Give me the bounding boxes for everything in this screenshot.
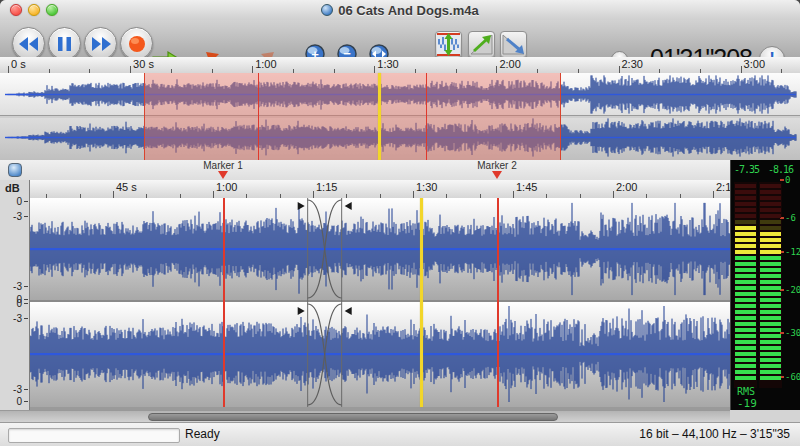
- document-proxy-icon[interactable]: [321, 4, 333, 16]
- meter-segment: [735, 232, 756, 236]
- ruler-tick: [513, 191, 514, 198]
- meter-scale-label: 0: [785, 175, 790, 185]
- horizontal-scrollbar[interactable]: [0, 410, 730, 422]
- overview-marker-line: [426, 73, 427, 160]
- window-title: 06 Cats And Dogs.m4a: [0, 0, 800, 20]
- meter-segment: [760, 184, 781, 188]
- window-title-text: 06 Cats And Dogs.m4a: [338, 3, 478, 18]
- ruler-tick: [713, 191, 714, 198]
- meter-segment: [735, 262, 756, 266]
- ruler-tick: [252, 66, 253, 73]
- meter-segment: [760, 292, 781, 296]
- meter-segment: [735, 358, 756, 362]
- meter-segment: [735, 268, 756, 272]
- meter-segment: [735, 274, 756, 278]
- status-bar: Ready 16 bit – 44,100 Hz – 3'15"35: [0, 422, 800, 446]
- meter-segment: [735, 322, 756, 326]
- meter-segment: [735, 364, 756, 368]
- ruler-time-label: 2:00: [499, 58, 520, 70]
- meter-segment: [760, 364, 781, 368]
- meter-segment: [760, 232, 781, 236]
- meter-segment: [760, 250, 781, 254]
- meter-segment: [760, 202, 781, 206]
- ruler-tick: [313, 191, 314, 198]
- db-scale-tick: [24, 216, 28, 217]
- meter-segment: [760, 310, 781, 314]
- marker-flag-icon[interactable]: [492, 171, 502, 179]
- db-scale-label: -3: [13, 281, 22, 292]
- document-icon[interactable]: [8, 163, 22, 177]
- db-scale-label: 0: [16, 298, 22, 309]
- fade-in-icon: [470, 33, 493, 56]
- ruler-time-label: 30 s: [133, 58, 154, 70]
- meter-segment: [760, 268, 781, 272]
- meter-scale-label: -60: [785, 372, 800, 382]
- meter-segment: [760, 196, 781, 200]
- db-label: dB: [5, 182, 20, 194]
- rms-value: -19: [737, 397, 757, 410]
- ruler-time-label: 1:45: [516, 181, 537, 193]
- meter-segment: [760, 322, 781, 326]
- meter-segment: [760, 358, 781, 362]
- audio-format-info: 16 bit – 44,100 Hz – 3'15"35: [639, 427, 790, 441]
- meter-segment: [735, 214, 756, 218]
- fade-in-button[interactable]: [468, 31, 495, 58]
- db-scale-tick: [24, 303, 28, 304]
- meter-segment: [735, 202, 756, 206]
- title-bar[interactable]: 06 Cats And Dogs.m4a: [0, 0, 800, 21]
- overview-playhead[interactable]: [378, 73, 381, 160]
- meter-segment: [735, 376, 756, 380]
- meter-segment: [735, 226, 756, 230]
- db-scale-label: -3: [13, 313, 22, 324]
- meter-scale-label: -30: [785, 328, 800, 338]
- meter-segment: [735, 250, 756, 254]
- marker-flag-icon[interactable]: [218, 171, 228, 179]
- meter-segment: [735, 352, 756, 356]
- main-ruler[interactable]: 45 s1:001:151:301:452:002:15: [30, 180, 730, 199]
- meter-segment: [760, 220, 781, 224]
- meter-segment: [760, 346, 781, 350]
- meter-scale-label: -20: [785, 285, 800, 295]
- normalize-button[interactable]: [435, 31, 462, 58]
- db-scale-label: -3: [13, 384, 22, 395]
- crossfade-overlay[interactable]: [30, 198, 730, 410]
- fade-out-button[interactable]: [500, 31, 527, 58]
- marker-line[interactable]: [223, 198, 225, 407]
- overview-ruler[interactable]: 0 s30 s1:001:302:002:303:00: [0, 57, 800, 74]
- db-scale-tick: [24, 389, 28, 390]
- meter-segment: [760, 256, 781, 260]
- overview-waveform[interactable]: [0, 73, 800, 161]
- ruler-time-label: 1:15: [316, 181, 337, 193]
- peak-value-right: -8.16: [768, 164, 793, 175]
- marker-label: Marker 2: [452, 160, 542, 171]
- rewind-button[interactable]: [12, 27, 45, 60]
- marker-bar[interactable]: Marker 1Marker 2: [0, 160, 730, 181]
- record-button[interactable]: [120, 27, 153, 60]
- meter-segment: [735, 340, 756, 344]
- main-waveform[interactable]: [30, 198, 730, 410]
- ruler-time-label: 1:00: [216, 181, 237, 193]
- toolbar: + −: [0, 20, 800, 58]
- meter-segment: [760, 214, 781, 218]
- meter-segment: [760, 370, 781, 374]
- meter-segment: [735, 328, 756, 332]
- scrollbar-thumb[interactable]: [148, 413, 558, 421]
- pause-icon: [58, 37, 71, 51]
- playhead-line[interactable]: [420, 198, 423, 407]
- meter-segment: [735, 196, 756, 200]
- pause-button[interactable]: [48, 27, 81, 60]
- meter-segment: [735, 286, 756, 290]
- record-icon: [128, 35, 146, 53]
- meter-scale-label: -6: [785, 213, 796, 223]
- fast-forward-button[interactable]: [84, 27, 117, 60]
- ruler-time-label: 45 s: [116, 181, 137, 193]
- meter-segment: [760, 376, 781, 380]
- marker-line[interactable]: [497, 198, 499, 407]
- meter-segment: [760, 226, 781, 230]
- meter-segment: [760, 340, 781, 344]
- rewind-icon: [19, 37, 39, 51]
- ruler-tick: [496, 66, 497, 73]
- overview-visible-region[interactable]: [144, 73, 560, 160]
- ruler-time-label: 1:30: [416, 181, 437, 193]
- meter-segment: [760, 352, 781, 356]
